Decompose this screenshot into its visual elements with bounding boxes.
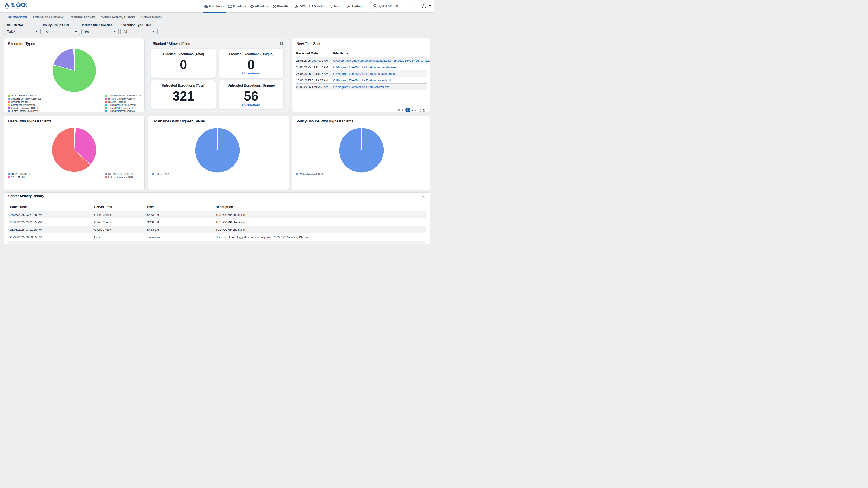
svg-text:CK: CK — [21, 2, 27, 8]
svg-text:IRL: IRL — [9, 2, 16, 8]
svg-text:DIGITAL: DIGITAL — [6, 7, 20, 10]
